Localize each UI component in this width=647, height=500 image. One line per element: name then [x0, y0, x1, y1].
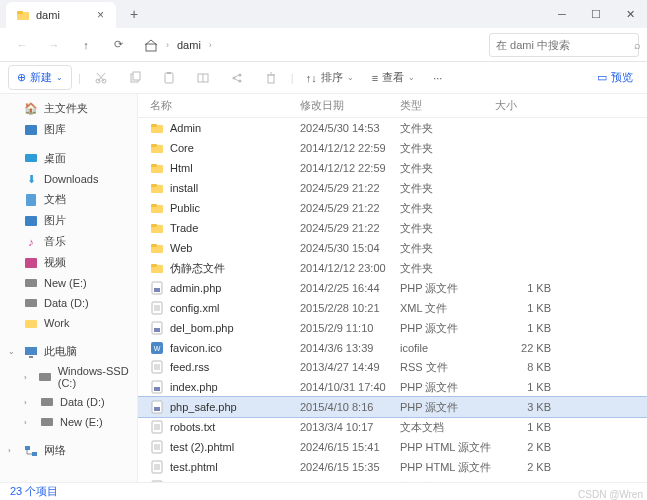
file-date: 2014/12/12 22:59: [300, 142, 400, 154]
new-label: 新建: [30, 70, 52, 85]
close-tab-icon[interactable]: ×: [93, 8, 108, 22]
col-size[interactable]: 大小: [495, 98, 555, 113]
sidebar-item-datad2[interactable]: ›Data (D:): [0, 392, 137, 412]
file-size: 3 KB: [495, 401, 555, 413]
col-name[interactable]: 名称: [150, 98, 300, 113]
file-row[interactable]: Trade2024/5/29 21:22文件夹: [138, 218, 647, 238]
file-type: PHP HTML 源文件: [400, 440, 495, 455]
sidebar-item-downloads[interactable]: ⬇Downloads: [0, 169, 137, 189]
file-type: PHP 源文件: [400, 380, 495, 395]
file-row[interactable]: Wfavicon.ico2014/3/6 13:39icofile22 KB: [138, 338, 647, 357]
more-button[interactable]: ···: [427, 69, 448, 87]
maximize-button[interactable]: ☐: [579, 0, 613, 28]
file-type: 文件夹: [400, 261, 495, 276]
column-headers[interactable]: 名称 修改日期 类型 大小: [138, 94, 647, 118]
file-date: 2015/4/10 8:16: [300, 401, 400, 413]
svg-rect-45: [151, 244, 157, 247]
file-row[interactable]: admin.php2014/2/25 16:44PHP 源文件1 KB: [138, 278, 647, 298]
search-input[interactable]: [496, 39, 634, 51]
file-date: 2014/2/25 16:44: [300, 282, 400, 294]
svg-rect-2: [146, 44, 156, 51]
network-icon: [24, 444, 38, 458]
sidebar-item-work[interactable]: Work: [0, 313, 137, 333]
file-row[interactable]: index.php2014/10/31 17:40PHP 源文件1 KB: [138, 377, 647, 397]
sidebar-item-newe2[interactable]: ›New (E:): [0, 412, 137, 432]
sidebar-item-thispc[interactable]: ⌄此电脑: [0, 341, 137, 362]
svg-rect-37: [151, 164, 157, 167]
sort-button[interactable]: ↑↓ 排序 ⌄: [300, 67, 360, 88]
sidebar-item-pictures[interactable]: 图片: [0, 210, 137, 231]
col-type[interactable]: 类型: [400, 98, 495, 113]
file-row[interactable]: config.xml2015/2/28 10:21XML 文件1 KB: [138, 298, 647, 318]
sidebar-item-videos[interactable]: 视频: [0, 252, 137, 273]
delete-button[interactable]: [257, 64, 285, 92]
sidebar-item-datad[interactable]: Data (D:): [0, 293, 137, 313]
file-row[interactable]: php_safe.php2015/4/10 8:16PHP 源文件3 KB: [138, 397, 647, 417]
up-button[interactable]: ↑: [72, 31, 100, 59]
svg-rect-33: [151, 124, 157, 127]
refresh-button[interactable]: ⟳: [104, 31, 132, 59]
window-tab[interactable]: dami ×: [6, 2, 116, 28]
sidebar-item-gallery[interactable]: 图库: [0, 119, 137, 140]
breadcrumb-item[interactable]: dami: [173, 37, 205, 53]
file-row[interactable]: del_bom.php2015/2/9 11:10PHP 源文件1 KB: [138, 318, 647, 338]
file-type: PHP 源文件: [400, 400, 495, 415]
sidebar-item-music[interactable]: ♪音乐: [0, 231, 137, 252]
file-row[interactable]: test (2).phtml2024/6/15 15:41PHP HTML 源文…: [138, 437, 647, 457]
close-window-button[interactable]: ✕: [613, 0, 647, 28]
file-row[interactable]: Public2024/5/29 21:22文件夹: [138, 198, 647, 218]
add-tab-button[interactable]: +: [122, 0, 146, 28]
chevron-right-icon[interactable]: ›: [24, 418, 34, 427]
file-type: 文件夹: [400, 221, 495, 236]
file-row[interactable]: Web2024/5/30 15:04文件夹: [138, 238, 647, 258]
file-type: 文本文档: [400, 480, 495, 483]
file-row[interactable]: install2024/5/29 21:22文件夹: [138, 178, 647, 198]
file-row[interactable]: test.txt2024/6/18 14:41文本文档1 KB: [138, 477, 647, 482]
share-button[interactable]: [223, 64, 251, 92]
sidebar-item-winssd[interactable]: ›Windows-SSD (C:): [0, 362, 137, 392]
chevron-right-icon[interactable]: ›: [8, 446, 18, 455]
file-row[interactable]: feed.rss2013/4/27 14:49RSS 文件8 KB: [138, 357, 647, 377]
copy-button[interactable]: [121, 64, 149, 92]
preview-button[interactable]: ▭ 预览: [591, 70, 639, 85]
pc-icon: [24, 345, 38, 359]
chevron-right-icon[interactable]: ›: [24, 398, 34, 407]
home-icon[interactable]: [140, 36, 162, 54]
rename-button[interactable]: [189, 64, 217, 92]
svg-rect-55: [154, 328, 160, 332]
file-row[interactable]: Core2014/12/12 22:59文件夹: [138, 138, 647, 158]
minimize-button[interactable]: ─: [545, 0, 579, 28]
file-row[interactable]: Admin2024/5/30 14:53文件夹: [138, 118, 647, 138]
paste-button[interactable]: [155, 64, 183, 92]
sidebar-item-desktop[interactable]: 桌面: [0, 148, 137, 169]
file-row[interactable]: robots.txt2013/3/4 10:17文本文档1 KB: [138, 417, 647, 437]
sidebar-item-home[interactable]: 🏠主文件夹: [0, 98, 137, 119]
file-size: 1 KB: [495, 302, 555, 314]
svg-rect-47: [151, 264, 157, 267]
preview-label: 预览: [611, 70, 633, 85]
new-button[interactable]: ⊕ 新建 ⌄: [8, 65, 72, 90]
view-button[interactable]: ≡ 查看 ⌄: [366, 67, 421, 88]
cut-button[interactable]: [87, 64, 115, 92]
file-row[interactable]: test.phtml2024/6/15 15:35PHP HTML 源文件2 K…: [138, 457, 647, 477]
search-box[interactable]: ⌕: [489, 33, 639, 57]
sidebar-item-documents[interactable]: 文档: [0, 189, 137, 210]
item-count: 23 个项目: [10, 484, 58, 499]
pictures-icon: [24, 214, 38, 228]
breadcrumb[interactable]: › dami ›: [140, 36, 212, 54]
sidebar-item-network[interactable]: ›网络: [0, 440, 137, 461]
file-date: 2013/3/4 10:17: [300, 421, 400, 433]
back-button[interactable]: ←: [8, 31, 36, 59]
file-icon: [150, 420, 164, 434]
forward-button[interactable]: →: [40, 31, 68, 59]
file-name: Core: [170, 142, 194, 154]
file-row[interactable]: 伪静态文件2014/12/12 23:00文件夹: [138, 258, 647, 278]
chevron-down-icon[interactable]: ⌄: [8, 347, 18, 356]
search-icon[interactable]: ⌕: [634, 39, 641, 51]
col-date[interactable]: 修改日期: [300, 98, 400, 113]
chevron-right-icon[interactable]: ›: [24, 373, 32, 382]
sidebar-item-newe[interactable]: New (E:): [0, 273, 137, 293]
action-toolbar: ⊕ 新建 ⌄ | | ↑↓ 排序 ⌄ ≡ 查看 ⌄ ··· ▭ 预览: [0, 62, 647, 94]
sidebar: 🏠主文件夹 图库 桌面 ⬇Downloads 文档 图片 ♪音乐 视频 New …: [0, 94, 138, 482]
file-row[interactable]: Html2014/12/12 22:59文件夹: [138, 158, 647, 178]
